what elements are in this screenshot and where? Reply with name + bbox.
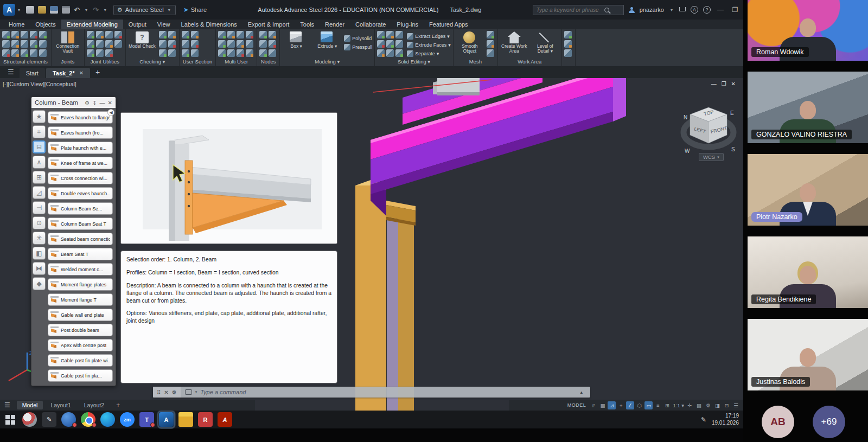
participant-tile[interactable]: GONZALO VALIÑO RIESTRA xyxy=(748,72,868,143)
participant-avatar[interactable]: AB xyxy=(762,406,794,438)
status-toggle-icon[interactable]: ▭ xyxy=(644,401,653,409)
joint-item[interactable]: Knee of frame at we... xyxy=(48,157,113,169)
status-menu-icon[interactable]: ☰ xyxy=(4,401,10,409)
signed-in-user[interactable]: pnazarko xyxy=(640,7,664,13)
palette-pin-icon[interactable]: ↧ xyxy=(92,100,97,106)
viewport-controls-label[interactable]: [-][Custom View][Conceptual] xyxy=(3,81,76,87)
joint-utility-icon[interactable] xyxy=(114,40,122,48)
joint-item[interactable]: Moment flange plates xyxy=(48,278,113,291)
joint-utility-icon[interactable] xyxy=(96,31,104,39)
level-of-detail-button[interactable]: Level of Detail ▾ xyxy=(531,31,559,54)
solid-editing-icon[interactable] xyxy=(386,31,394,39)
joint-category-button[interactable]: ⊙ xyxy=(33,216,46,229)
joint-category-button[interactable]: ✳ xyxy=(33,232,46,245)
joint-category-button[interactable]: ⊞ xyxy=(33,171,46,184)
joint-category-button[interactable]: ★ xyxy=(33,110,46,123)
joint-utility-icon[interactable] xyxy=(87,40,94,48)
node-tool-icon[interactable] xyxy=(259,49,267,57)
multi-user-icon[interactable] xyxy=(246,31,253,39)
structural-tool-icon[interactable] xyxy=(21,40,28,48)
ribbon-tab[interactable]: Export & Import xyxy=(242,20,295,29)
store-cart-icon[interactable] xyxy=(679,7,686,11)
extrude-faces-button[interactable]: Extrude Faces▾ xyxy=(407,41,451,49)
presspull-button[interactable]: Presspull xyxy=(344,43,372,51)
multi-user-icon[interactable] xyxy=(218,40,226,48)
tab-layout2[interactable]: Layout2 xyxy=(79,401,110,409)
status-toggle-icon[interactable]: ⊿ xyxy=(608,401,616,409)
joint-utility-icon[interactable] xyxy=(105,49,113,57)
joint-utility-icon[interactable] xyxy=(96,40,104,48)
solid-editing-icon[interactable] xyxy=(395,49,403,57)
palette-minimize-icon[interactable]: — xyxy=(100,100,105,106)
ribbon-tab[interactable]: View xyxy=(152,20,176,29)
joint-category-button[interactable]: ◧ xyxy=(33,247,46,260)
viewport-minimize-icon[interactable]: — xyxy=(711,81,717,87)
share-button[interactable]: ➤ Share xyxy=(183,6,207,14)
recent-commands-icon[interactable] xyxy=(185,389,192,395)
help-search[interactable] xyxy=(533,5,624,15)
new-layout-icon[interactable]: + xyxy=(112,401,124,409)
solid-editing-icon[interactable] xyxy=(386,49,394,57)
taskbar-app-icon[interactable]: T xyxy=(139,412,154,427)
checking-tool-icon[interactable] xyxy=(168,49,176,57)
autodesk-app-icon[interactable]: A xyxy=(691,6,698,14)
joint-item[interactable]: Apex with centre post xyxy=(48,339,113,351)
separate-button[interactable]: Separate▾ xyxy=(407,49,451,57)
multi-user-icon[interactable] xyxy=(237,49,244,57)
joint-item[interactable]: Moment flange T xyxy=(48,293,113,306)
joint-utility-icon[interactable] xyxy=(114,31,122,39)
ribbon-tab[interactable]: Objects xyxy=(30,20,61,29)
node-tool-icon[interactable] xyxy=(269,31,276,39)
participant-tile[interactable]: Regita Bendikienė xyxy=(748,236,868,308)
status-toggle-icon[interactable]: # xyxy=(589,401,597,409)
joint-item[interactable]: Column Beam Seat T xyxy=(48,217,113,230)
user-caret-icon[interactable]: ▾ xyxy=(671,8,673,12)
taskbar-app-icon[interactable]: A xyxy=(218,412,232,427)
palette-scroll-arrow-icon[interactable]: ◀ xyxy=(107,109,114,116)
joint-item[interactable]: Column Beam Se... xyxy=(48,202,113,215)
joint-item[interactable]: Eaves haunch to flange xyxy=(48,111,113,124)
participant-tile[interactable]: Piotr Nazarko xyxy=(748,154,868,226)
polysolid-button[interactable]: Polysolid xyxy=(344,34,372,42)
palette-header[interactable]: Column - Beam ⚙ ↧ — ✕ xyxy=(31,97,116,108)
checking-tool-icon[interactable] xyxy=(159,31,167,39)
status-toggle-icon[interactable]: ◨ xyxy=(713,401,722,409)
participant-avatar[interactable]: +69 xyxy=(813,406,845,438)
help-icon[interactable]: ? xyxy=(703,6,711,14)
status-toggle-icon[interactable]: ▦ xyxy=(598,401,607,409)
viewport-restore-icon[interactable]: ❐ xyxy=(722,81,726,87)
joint-item[interactable]: Post double beam xyxy=(48,324,113,336)
open-icon[interactable] xyxy=(38,6,46,14)
ribbon-tab[interactable]: Collaborate xyxy=(350,20,391,29)
multi-user-icon[interactable] xyxy=(218,31,226,39)
wcs-selector[interactable]: WCS ▾ xyxy=(699,153,724,161)
tab-model[interactable]: Model xyxy=(17,401,43,409)
ribbon-tab[interactable]: Plug-ins xyxy=(391,20,424,29)
joint-item[interactable]: Gable post fin pla... xyxy=(48,369,113,382)
tab-start[interactable]: Start xyxy=(20,68,45,78)
node-tool-icon[interactable] xyxy=(269,49,276,57)
joint-utility-icon[interactable] xyxy=(105,40,113,48)
taskbar-app-icon[interactable] xyxy=(81,412,95,427)
taskbar-app-icon[interactable]: R xyxy=(198,412,213,427)
command-history-icon[interactable]: ▴ xyxy=(577,389,586,395)
viewport-close-icon[interactable]: ✕ xyxy=(731,81,736,87)
box-button[interactable]: Box ▾ xyxy=(282,31,310,49)
structural-tool-icon[interactable] xyxy=(39,49,47,57)
command-line-grip[interactable]: ⠿ ✕ ⚙ xyxy=(153,387,181,398)
extract-edges-button[interactable]: Extract Edges▾ xyxy=(407,32,451,40)
taskbar-app-icon[interactable] xyxy=(22,412,37,427)
multi-user-icon[interactable] xyxy=(227,49,235,57)
structural-tool-icon[interactable] xyxy=(11,40,19,48)
joint-item[interactable]: Gable wall end plate xyxy=(48,309,113,321)
solid-editing-icon[interactable] xyxy=(377,31,385,39)
joint-item[interactable]: Welded moment c... xyxy=(48,263,113,276)
taskbar-app-icon[interactable]: ✎ xyxy=(42,412,56,427)
user-section-icon[interactable] xyxy=(191,31,199,39)
multi-user-icon[interactable] xyxy=(246,49,253,57)
search-icon[interactable] xyxy=(604,8,609,12)
joint-utility-icon[interactable] xyxy=(87,49,94,57)
multi-user-icon[interactable] xyxy=(227,31,235,39)
undo-icon[interactable]: ↶ xyxy=(74,6,80,14)
close-tab-icon[interactable]: ✕ xyxy=(79,70,84,76)
